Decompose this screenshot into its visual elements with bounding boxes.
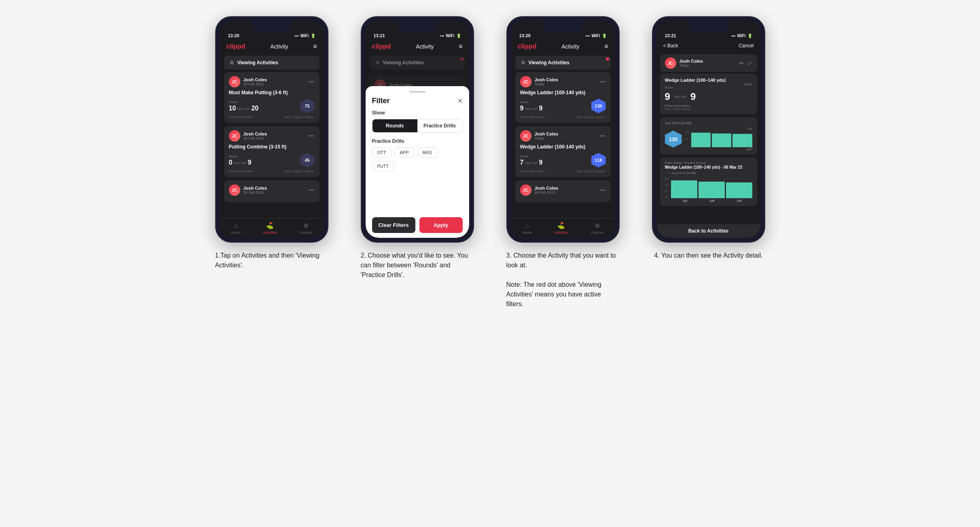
more-dots-2[interactable]: ••• <box>309 133 315 139</box>
viewing-activities-bar-2[interactable]: ⚙ Viewing Activities <box>370 56 465 70</box>
p3-name-3: Josh Coles <box>535 186 559 190</box>
session-section: Player Activity › Practice Session Wedge… <box>660 157 757 206</box>
p3-dots-3[interactable]: ••• <box>600 187 606 193</box>
hex-quality-4: 130 <box>665 131 682 148</box>
logo-1: clippd <box>226 43 246 50</box>
y-0: 0 <box>685 145 689 147</box>
back-button[interactable]: < Back <box>663 43 678 49</box>
nav-activities-3[interactable]: ⛳ Activities <box>554 222 569 235</box>
user-info-1: JC Josh Coles 28 Feb 2023 <box>229 76 267 87</box>
nav-capture-1[interactable]: ⊕ Capture <box>299 222 312 235</box>
chip-putt[interactable]: PUTT <box>372 161 394 171</box>
status-icons-1: ▪▪▪ WiFi 🔋 <box>294 34 315 38</box>
p3-score-label-1: Score <box>520 100 543 104</box>
home-label-1: Home <box>231 231 241 235</box>
hamburger-icon-3[interactable]: ≡ <box>604 43 608 50</box>
viewing-activities-bar-3[interactable]: ⚙ Viewing Activities <box>515 56 611 70</box>
viewing-label-2: Viewing Activities <box>383 60 424 66</box>
caption-4: 4. You can then see the Activity detail. <box>654 251 763 260</box>
activities-icon-3: ⛳ <box>557 222 565 229</box>
nav-title-2: Activity <box>416 43 434 50</box>
p3-stats-1: Score 9 OUT OF 9 130 <box>520 99 606 113</box>
score-label-2: Score <box>229 155 252 158</box>
avatar-img-2: JC <box>229 130 240 142</box>
rounds-button[interactable]: Rounds <box>373 119 417 132</box>
session-subtitle: →→ Avg Shot Quality <box>665 171 752 175</box>
sy-60: 60 <box>665 196 669 198</box>
p3-avatar-1: JC <box>520 76 531 87</box>
nav-home-3[interactable]: ⌂ Home <box>522 222 532 235</box>
chart-y-top: 130 <box>685 127 752 130</box>
card-header-2: JC Josh Coles 28 Feb 2023 ••• <box>229 130 315 142</box>
close-icon[interactable]: ✕ <box>457 97 463 105</box>
viewing-label-1: Viewing Activities <box>237 60 278 66</box>
stats-row-2: Score 0 OUT OF 9 45 <box>229 153 315 167</box>
viewing-activities-bar-1[interactable]: ⚙ Viewing Activities <box>224 56 320 70</box>
clear-filters-button[interactable]: Clear Filters <box>372 217 415 233</box>
p3-name-1: Josh Coles <box>535 77 559 82</box>
back-to-activities-button[interactable]: Back to Activities <box>657 224 760 238</box>
session-title: Wedge Ladder (100–140 yds) - 06 Mar 23 <box>665 165 752 169</box>
cancel-button[interactable]: Cancel <box>739 43 754 49</box>
p3-card-1[interactable]: JC Josh Coles Today ••• Wedge Ladder (10… <box>515 72 611 123</box>
activity-card-1[interactable]: JC Josh Coles 28 Feb 2023 ••• Must Make … <box>224 72 320 123</box>
y-axis: 100 50 0 <box>685 131 689 147</box>
s-bar-3 <box>726 182 752 199</box>
p3-outof-2: OUT OF <box>525 161 537 165</box>
chip-ott[interactable]: OTT <box>372 147 392 158</box>
p3-stat-inline-2: 7 OUT OF 9 <box>520 159 543 166</box>
battery-icon: 🔋 <box>311 34 315 38</box>
nav-capture-3[interactable]: ⊕ Capture <box>591 222 603 235</box>
phone-screen-1: 13:20 ▪▪▪ WiFi 🔋 clippd Activity ≡ ⚙ Vie… <box>220 21 324 238</box>
apply-button[interactable]: Apply <box>419 217 463 233</box>
detail-user-details: Josh Coles Today <box>679 59 703 68</box>
hamburger-icon-1[interactable]: ≡ <box>313 43 317 50</box>
stat-inline-1: 10 OUT OF 20 <box>229 105 259 112</box>
edit-icon[interactable]: ✏ <box>739 60 744 66</box>
more-dots-1[interactable]: ••• <box>309 78 315 85</box>
info-text-1: ℹ Test Information <box>229 115 254 119</box>
app-label: APP <box>685 148 752 151</box>
user-date-1: 28 Feb 2023 <box>243 82 267 86</box>
p3-card-3[interactable]: JC Josh Coles 28 Feb 2023 ••• <box>515 180 611 202</box>
p3-dots-1[interactable]: ••• <box>600 78 606 85</box>
chip-app[interactable]: APP <box>395 147 414 158</box>
chip-arg[interactable]: ARG <box>417 147 438 158</box>
drill-title: Wedge Ladder (100–140 yds) <box>665 78 726 83</box>
p3-user-details-3: Josh Coles 28 Feb 2023 <box>535 186 559 195</box>
p3-card-2[interactable]: JC Josh Coles Today ••• Wedge Ladder (10… <box>515 126 611 177</box>
bar-chart-area: 130 100 50 0 <box>685 127 752 151</box>
more-dots-3[interactable]: ••• <box>309 187 315 193</box>
time-1: 13:20 <box>228 33 239 38</box>
nav-home-1[interactable]: ⌂ Home <box>231 222 241 235</box>
nav-activities-1[interactable]: ⛳ Activities <box>263 222 277 235</box>
user-date-2: 28 Feb 2023 <box>243 136 267 140</box>
phone-screen-4: 13:21 ▪▪▪ WiFi 🔋 < Back Cancel JC <box>657 21 760 238</box>
scroll-content-3: JC Josh Coles Today ••• Wedge Ladder (10… <box>511 72 615 218</box>
detail-nav: < Back Cancel <box>657 40 760 52</box>
p3-title-2: Wedge Ladder (100-140 yds) <box>520 144 606 150</box>
p3-stat-inline-1: 9 OUT OF 9 <box>520 105 543 112</box>
stat-inline-2: 0 OUT OF 9 <box>229 159 252 166</box>
big-score: 9 <box>665 91 670 102</box>
shots-label-4: Shots <box>744 83 752 86</box>
nav-title-1: Activity <box>270 43 288 50</box>
p3-info-text-1: ℹ Test Information <box>520 115 545 119</box>
expand-icon[interactable]: ⤢ <box>747 60 752 66</box>
activity-card-3[interactable]: JC Josh Coles 28 Feb 2023 ••• <box>224 180 320 202</box>
p3-dots-2[interactable]: ••• <box>600 133 606 139</box>
p3-user-info-2: JC Josh Coles Today <box>520 130 559 142</box>
score-val-2: 0 <box>229 159 233 166</box>
caption-3: 3. Choose the Activity that you want to … <box>506 251 620 309</box>
time-2: 13:21 <box>374 33 385 38</box>
practice-drills-button[interactable]: Practice Drills <box>417 119 462 132</box>
practice-session-label: Practice Session <box>685 161 706 164</box>
filter-chips: OTT APP ARG PUTT <box>372 147 463 171</box>
p3-source-1: Data: Clippd Capture <box>576 115 606 119</box>
viewing-label-3: Viewing Activities <box>529 60 569 66</box>
nav-title-3: Activity <box>561 43 579 50</box>
activities-label-3: Activities <box>554 231 569 235</box>
hamburger-icon-2[interactable]: ≡ <box>459 43 462 50</box>
stat-score-1: Score 10 OUT OF 20 <box>229 100 259 112</box>
activity-card-2[interactable]: JC Josh Coles 28 Feb 2023 ••• Putting Co… <box>224 126 320 177</box>
